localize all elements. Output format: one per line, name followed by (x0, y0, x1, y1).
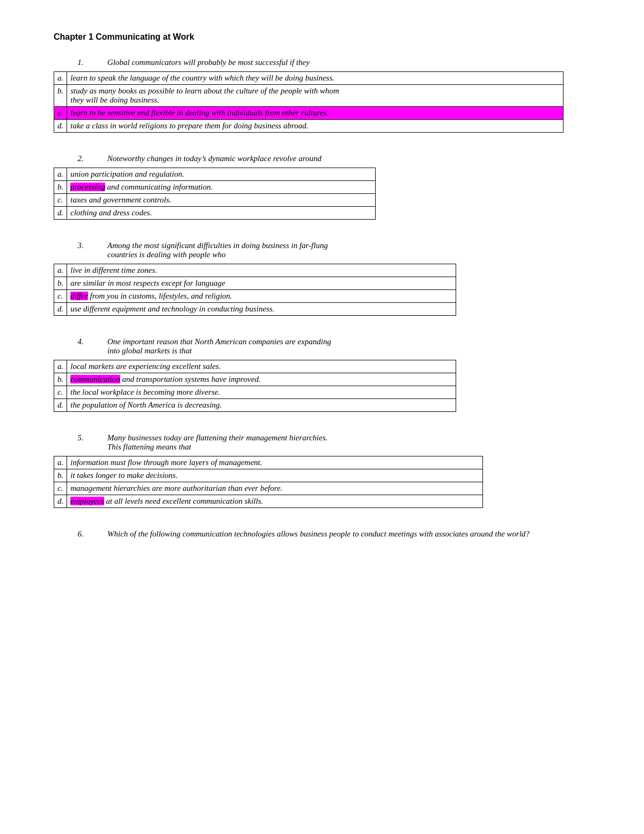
answer-text: the local workplace is becoming more div… (67, 386, 456, 399)
answer-label: b. (54, 85, 67, 107)
question-3-text-row: 3. Among the most significant difficulti… (54, 241, 590, 259)
question-5-number: 5. (54, 433, 107, 452)
answer-label: a. (54, 72, 67, 85)
question-block-4: 4. One important reason that North Ameri… (54, 337, 590, 412)
question-block-5: 5. Many businesses today are flattening … (54, 433, 590, 508)
answer-text: study as many books as possible to learn… (67, 85, 564, 107)
question-4-number: 4. (54, 337, 107, 356)
table-row: c. taxes and government controls. (54, 194, 376, 207)
table-row: b. it takes longer to make decisions. (54, 469, 483, 482)
highlighted-word: processing (70, 183, 105, 191)
answer-label: c. (54, 194, 67, 207)
question-1-number: 1. (54, 58, 107, 67)
question-4-content: One important reason that North American… (107, 337, 590, 356)
answer-label: a. (54, 456, 67, 469)
answer-label: d. (54, 120, 67, 133)
question-2-text-row: 2. Noteworthy changes in today’s dynamic… (54, 154, 590, 163)
question-3-number: 3. (54, 241, 107, 259)
answer-text: local markets are experiencing excellent… (67, 360, 456, 373)
table-row: a. live in different time zones. (54, 264, 456, 277)
question-1-content: Global communicators will probably be mo… (107, 58, 590, 67)
table-row: a. information must flow through more la… (54, 456, 483, 469)
answer-label: c. (54, 482, 67, 495)
table-row: d. use different equipment and technolog… (54, 303, 456, 316)
answer-text: clothing and dress codes. (67, 207, 376, 220)
table-row: c. the local workplace is becoming more … (54, 386, 456, 399)
answer-text: it takes longer to make decisions. (67, 469, 483, 482)
answer-text: information must flow through more layer… (67, 456, 483, 469)
answer-text: the population of North America is decre… (67, 399, 456, 412)
question-5-answers: a. information must flow through more la… (54, 456, 483, 508)
answer-text: learn to be sensitive and flexible in de… (67, 107, 564, 120)
page-container: Chapter 1 Communicating at Work 1. Globa… (54, 32, 590, 539)
question-2-answers: a. union participation and regulation. b… (54, 168, 376, 220)
answer-label: a. (54, 264, 67, 277)
table-row: b. processing and communicating informat… (54, 181, 376, 194)
answer-label: b. (54, 469, 67, 482)
answer-text: taxes and government controls. (67, 194, 376, 207)
answer-label: d. (54, 399, 67, 412)
answer-text: union participation and regulation. (67, 168, 376, 181)
question-block-2: 2. Noteworthy changes in today’s dynamic… (54, 154, 590, 220)
answer-text: differ from you in customs, lifestyles, … (67, 290, 456, 303)
question-1-text-row: 1. Global communicators will probably be… (54, 58, 590, 67)
highlighted-word: communication (70, 375, 120, 383)
answer-text: are similar in most respects except for … (67, 277, 456, 290)
highlighted-word: differ (70, 292, 88, 300)
answer-label: d. (54, 303, 67, 316)
question-2-content: Noteworthy changes in today’s dynamic wo… (107, 154, 590, 163)
highlighted-word: employees (70, 497, 104, 505)
question-5-content: Many businesses today are flattening the… (107, 433, 590, 452)
table-row: b. are similar in most respects except f… (54, 277, 456, 290)
question-block-1: 1. Global communicators will probably be… (54, 58, 590, 133)
answer-text: management hierarchies are more authorit… (67, 482, 483, 495)
question-2-number: 2. (54, 154, 107, 163)
table-row: d. clothing and dress codes. (54, 207, 376, 220)
table-row: b. communication and transportation syst… (54, 373, 456, 386)
answer-text: processing and communicating information… (67, 181, 376, 194)
question-1-answers: a. learn to speak the language of the co… (54, 71, 564, 133)
table-row: b. study as many books as possible to le… (54, 85, 564, 107)
answer-label: c. (54, 386, 67, 399)
answer-label: d. (54, 495, 67, 508)
answer-text: communication and transportation systems… (67, 373, 456, 386)
question-6-text-row: 6. Which of the following communication … (54, 530, 590, 539)
table-row: d. the population of North America is de… (54, 399, 456, 412)
question-block-6: 6. Which of the following communication … (54, 530, 590, 539)
question-6-content: Which of the following communication tec… (107, 530, 590, 539)
answer-label: b. (54, 373, 67, 386)
question-4-text-row: 4. One important reason that North Ameri… (54, 337, 590, 356)
table-row: d. employees at all levels need excellen… (54, 495, 483, 508)
table-row: a. learn to speak the language of the co… (54, 72, 564, 85)
question-3-answers: a. live in different time zones. b. are … (54, 264, 456, 316)
answer-label: a. (54, 168, 67, 181)
answer-text: take a class in world religions to prepa… (67, 120, 564, 133)
question-5-text-row: 5. Many businesses today are flattening … (54, 433, 590, 452)
answer-text: employees at all levels need excellent c… (67, 495, 483, 508)
answer-label: b. (54, 181, 67, 194)
answer-text: learn to speak the language of the count… (67, 72, 564, 85)
table-row: c. differ from you in customs, lifestyle… (54, 290, 456, 303)
answer-label: b. (54, 277, 67, 290)
answer-label: d. (54, 207, 67, 220)
question-4-answers: a. local markets are experiencing excell… (54, 360, 456, 412)
answer-label: a. (54, 360, 67, 373)
table-row: a. union participation and regulation. (54, 168, 376, 181)
answer-text: use different equipment and technology i… (67, 303, 456, 316)
chapter-title: Chapter 1 Communicating at Work (54, 32, 590, 42)
answer-label: c. (54, 107, 67, 120)
question-6-number: 6. (54, 530, 107, 539)
question-block-3: 3. Among the most significant difficulti… (54, 241, 590, 316)
answer-text: live in different time zones. (67, 264, 456, 277)
table-row: c. learn to be sensitive and flexible in… (54, 107, 564, 120)
answer-label: c. (54, 290, 67, 303)
table-row: c. management hierarchies are more autho… (54, 482, 483, 495)
table-row: d. take a class in world religions to pr… (54, 120, 564, 133)
question-3-content: Among the most significant difficulties … (107, 241, 590, 259)
table-row: a. local markets are experiencing excell… (54, 360, 456, 373)
